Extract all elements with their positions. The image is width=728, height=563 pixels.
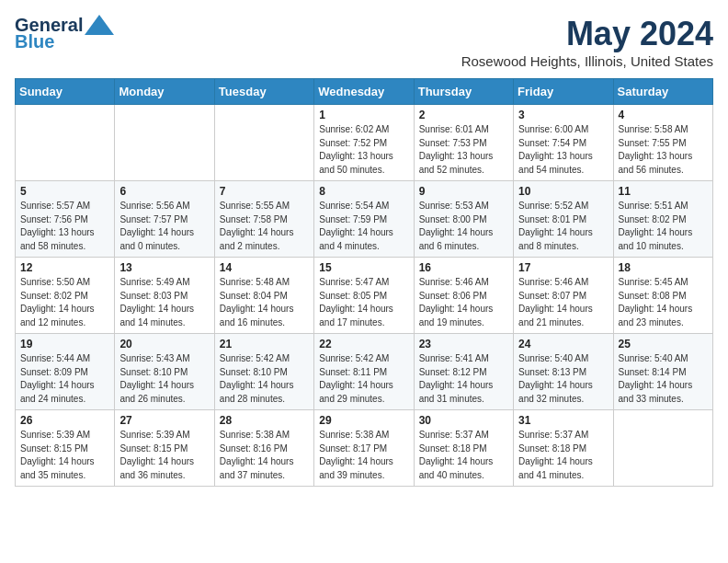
day-detail: Sunrise: 5:47 AMSunset: 8:05 PMDaylight:… (319, 276, 408, 329)
day-number: 6 (119, 185, 209, 198)
calendar-cell: 13Sunrise: 5:49 AMSunset: 8:03 PMDayligh… (115, 258, 214, 334)
day-detail: Sunrise: 5:56 AMSunset: 7:57 PMDaylight:… (119, 200, 209, 253)
calendar-cell: 5Sunrise: 5:57 AMSunset: 7:56 PMDaylight… (16, 181, 115, 258)
calendar-header-tuesday: Tuesday (214, 79, 313, 105)
calendar-cell: 25Sunrise: 5:40 AMSunset: 8:14 PMDayligh… (613, 334, 712, 410)
day-detail: Sunrise: 5:45 AMSunset: 8:08 PMDaylight:… (619, 276, 708, 329)
calendar-cell: 8Sunrise: 5:54 AMSunset: 7:59 PMDaylight… (314, 181, 414, 258)
day-number: 27 (119, 414, 209, 427)
day-number: 11 (619, 185, 708, 198)
day-detail: Sunrise: 5:37 AMSunset: 8:18 PMDaylight:… (518, 429, 608, 482)
calendar-cell (214, 105, 313, 181)
day-number: 31 (518, 414, 608, 427)
calendar-cell: 27Sunrise: 5:39 AMSunset: 8:15 PMDayligh… (115, 410, 214, 487)
day-detail: Sunrise: 5:42 AMSunset: 8:10 PMDaylight:… (220, 352, 309, 406)
day-detail: Sunrise: 5:48 AMSunset: 8:04 PMDaylight:… (220, 276, 309, 329)
day-number: 20 (119, 338, 209, 350)
calendar-cell: 21Sunrise: 5:42 AMSunset: 8:10 PMDayligh… (214, 334, 313, 410)
day-number: 1 (319, 109, 408, 121)
day-detail: Sunrise: 6:01 AMSunset: 7:53 PMDaylight:… (419, 123, 508, 177)
calendar-week-row: 12Sunrise: 5:50 AMSunset: 8:02 PMDayligh… (16, 258, 713, 334)
calendar-cell: 20Sunrise: 5:43 AMSunset: 8:10 PMDayligh… (115, 334, 214, 410)
day-detail: Sunrise: 5:50 AMSunset: 8:02 PMDaylight:… (20, 276, 109, 329)
logo-blue: Blue (15, 31, 54, 52)
day-number: 28 (220, 414, 309, 427)
calendar-table: SundayMondayTuesdayWednesdayThursdayFrid… (15, 78, 713, 487)
day-detail: Sunrise: 5:38 AMSunset: 8:16 PMDaylight:… (220, 429, 309, 482)
calendar-header-sunday: Sunday (16, 79, 115, 105)
day-number: 25 (619, 338, 708, 350)
day-detail: Sunrise: 5:41 AMSunset: 8:12 PMDaylight:… (419, 352, 508, 406)
calendar-cell: 4Sunrise: 5:58 AMSunset: 7:55 PMDaylight… (613, 105, 712, 181)
day-detail: Sunrise: 5:40 AMSunset: 8:13 PMDaylight:… (518, 352, 608, 406)
calendar-cell: 26Sunrise: 5:39 AMSunset: 8:15 PMDayligh… (16, 410, 115, 487)
calendar-cell: 18Sunrise: 5:45 AMSunset: 8:08 PMDayligh… (613, 258, 712, 334)
calendar-cell: 31Sunrise: 5:37 AMSunset: 8:18 PMDayligh… (514, 410, 613, 487)
calendar-cell: 22Sunrise: 5:42 AMSunset: 8:11 PMDayligh… (314, 334, 414, 410)
calendar-header-friday: Friday (514, 79, 613, 105)
day-detail: Sunrise: 6:02 AMSunset: 7:52 PMDaylight:… (319, 123, 408, 177)
day-number: 13 (119, 261, 209, 274)
day-number: 7 (220, 185, 309, 198)
day-number: 26 (20, 414, 109, 427)
day-number: 8 (319, 185, 408, 198)
day-number: 15 (319, 261, 408, 274)
day-detail: Sunrise: 5:46 AMSunset: 8:07 PMDaylight:… (518, 276, 608, 329)
day-number: 18 (619, 261, 708, 274)
calendar-cell: 10Sunrise: 5:52 AMSunset: 8:01 PMDayligh… (514, 181, 613, 258)
calendar-cell (16, 105, 115, 181)
day-number: 21 (220, 338, 309, 350)
day-detail: Sunrise: 5:55 AMSunset: 7:58 PMDaylight:… (220, 200, 309, 253)
day-number: 4 (619, 109, 708, 121)
calendar-week-row: 19Sunrise: 5:44 AMSunset: 8:09 PMDayligh… (16, 334, 713, 410)
day-detail: Sunrise: 6:00 AMSunset: 7:54 PMDaylight:… (518, 123, 608, 177)
calendar-cell: 23Sunrise: 5:41 AMSunset: 8:12 PMDayligh… (414, 334, 513, 410)
calendar-cell: 15Sunrise: 5:47 AMSunset: 8:05 PMDayligh… (314, 258, 414, 334)
day-detail: Sunrise: 5:39 AMSunset: 8:15 PMDaylight:… (119, 429, 209, 482)
day-number: 3 (518, 109, 608, 121)
day-number: 19 (20, 338, 109, 350)
calendar-cell (115, 105, 214, 181)
day-number: 30 (419, 414, 508, 427)
day-detail: Sunrise: 5:49 AMSunset: 8:03 PMDaylight:… (119, 276, 209, 329)
calendar-cell: 30Sunrise: 5:37 AMSunset: 8:18 PMDayligh… (414, 410, 513, 487)
day-number: 9 (419, 185, 508, 198)
logo-icon (85, 15, 114, 35)
day-number: 23 (419, 338, 508, 350)
day-number: 14 (220, 261, 309, 274)
day-detail: Sunrise: 5:57 AMSunset: 7:56 PMDaylight:… (20, 200, 109, 253)
day-detail: Sunrise: 5:42 AMSunset: 8:11 PMDaylight:… (319, 352, 408, 406)
logo: General Blue (15, 15, 114, 52)
calendar-cell: 7Sunrise: 5:55 AMSunset: 7:58 PMDaylight… (214, 181, 313, 258)
day-detail: Sunrise: 5:43 AMSunset: 8:10 PMDaylight:… (119, 352, 209, 406)
svg-marker-0 (85, 15, 114, 35)
day-detail: Sunrise: 5:39 AMSunset: 8:15 PMDaylight:… (20, 429, 109, 482)
day-number: 16 (419, 261, 508, 274)
calendar-header-saturday: Saturday (613, 79, 712, 105)
calendar-cell: 6Sunrise: 5:56 AMSunset: 7:57 PMDaylight… (115, 181, 214, 258)
page-title: May 2024 (461, 15, 713, 53)
day-number: 12 (20, 261, 109, 274)
page-header: General Blue May 2024 Rosewood Heights, … (15, 15, 713, 69)
calendar-cell: 12Sunrise: 5:50 AMSunset: 8:02 PMDayligh… (16, 258, 115, 334)
calendar-cell: 28Sunrise: 5:38 AMSunset: 8:16 PMDayligh… (214, 410, 313, 487)
day-detail: Sunrise: 5:38 AMSunset: 8:17 PMDaylight:… (319, 429, 408, 482)
calendar-cell: 3Sunrise: 6:00 AMSunset: 7:54 PMDaylight… (514, 105, 613, 181)
calendar-cell: 17Sunrise: 5:46 AMSunset: 8:07 PMDayligh… (514, 258, 613, 334)
calendar-header-wednesday: Wednesday (314, 79, 414, 105)
calendar-cell: 29Sunrise: 5:38 AMSunset: 8:17 PMDayligh… (314, 410, 414, 487)
day-number: 17 (518, 261, 608, 274)
day-detail: Sunrise: 5:40 AMSunset: 8:14 PMDaylight:… (619, 352, 708, 406)
calendar-cell: 1Sunrise: 6:02 AMSunset: 7:52 PMDaylight… (314, 105, 414, 181)
day-number: 5 (20, 185, 109, 198)
day-detail: Sunrise: 5:58 AMSunset: 7:55 PMDaylight:… (619, 123, 708, 177)
calendar-week-row: 1Sunrise: 6:02 AMSunset: 7:52 PMDaylight… (16, 105, 713, 181)
day-number: 10 (518, 185, 608, 198)
calendar-week-row: 26Sunrise: 5:39 AMSunset: 8:15 PMDayligh… (16, 410, 713, 487)
day-detail: Sunrise: 5:44 AMSunset: 8:09 PMDaylight:… (20, 352, 109, 406)
page-subtitle: Rosewood Heights, Illinois, United State… (461, 53, 713, 69)
calendar-cell: 9Sunrise: 5:53 AMSunset: 8:00 PMDaylight… (414, 181, 513, 258)
calendar-week-row: 5Sunrise: 5:57 AMSunset: 7:56 PMDaylight… (16, 181, 713, 258)
calendar-header-row: SundayMondayTuesdayWednesdayThursdayFrid… (16, 79, 713, 105)
day-number: 29 (319, 414, 408, 427)
